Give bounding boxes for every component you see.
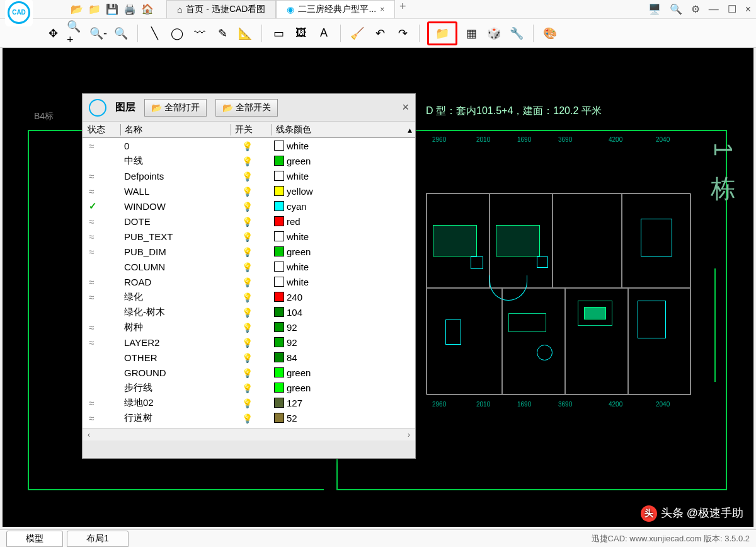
- line-icon[interactable]: ╲: [146, 25, 163, 42]
- switch-cell[interactable]: 💡: [231, 231, 272, 242]
- maximize-icon[interactable]: ☐: [728, 3, 736, 15]
- switch-cell[interactable]: 💡: [231, 398, 272, 408]
- eraser-icon[interactable]: 🧹: [348, 25, 366, 42]
- layer-row[interactable]: ≈PUB_TEXT💡white: [83, 229, 415, 244]
- 3d-icon[interactable]: 🎲: [485, 25, 503, 42]
- zoomfit-icon[interactable]: 🔍: [112, 25, 130, 42]
- color-cell[interactable]: green: [272, 246, 415, 257]
- block-icon[interactable]: ▦: [462, 25, 480, 42]
- switch-cell[interactable]: 💡: [231, 322, 272, 333]
- switch-cell[interactable]: 💡: [231, 277, 272, 287]
- layer-row[interactable]: 中线💡green: [83, 153, 415, 168]
- layer-row[interactable]: COLUMN💡white: [83, 259, 415, 274]
- layer-row[interactable]: OTHER💡84: [83, 350, 415, 365]
- minimize-icon[interactable]: —: [709, 4, 719, 15]
- measure-icon[interactable]: 📐: [236, 25, 254, 42]
- switch-cell[interactable]: 💡: [231, 141, 272, 151]
- switch-cell[interactable]: 💡: [231, 186, 272, 197]
- color-cell[interactable]: green: [272, 367, 415, 378]
- horizontal-scrollbar[interactable]: ‹›: [83, 428, 415, 440]
- switch-cell[interactable]: 💡: [231, 216, 272, 227]
- col-name[interactable]: 名称: [120, 124, 231, 135]
- switch-cell[interactable]: 💡: [231, 262, 272, 272]
- save-icon[interactable]: 💾: [106, 3, 118, 16]
- switch-cell[interactable]: 💡: [231, 292, 272, 302]
- color-cell[interactable]: 104: [272, 307, 415, 318]
- polyline-icon[interactable]: 〰: [191, 25, 209, 42]
- layer-row[interactable]: 步行线💡green: [83, 380, 415, 395]
- switch-cell[interactable]: 💡: [231, 428, 272, 429]
- redo-icon[interactable]: ↷: [394, 25, 411, 42]
- circle-icon[interactable]: ◯: [168, 25, 186, 42]
- zoom-icon[interactable]: 🔍: [670, 3, 682, 15]
- edit-icon[interactable]: ✎: [214, 25, 231, 42]
- layer-row[interactable]: ≈PUB_DIM💡green: [83, 244, 415, 259]
- switch-cell[interactable]: 💡: [231, 171, 272, 181]
- close-icon[interactable]: ×: [402, 101, 409, 114]
- switch-cell[interactable]: 💡: [231, 352, 272, 363]
- layer-row[interactable]: ≈绿化💡240: [83, 289, 415, 304]
- switch-all-button[interactable]: 📂全部开关: [215, 99, 278, 117]
- cursor-icon[interactable]: ✥: [44, 25, 62, 42]
- print-icon[interactable]: 🖨️: [123, 3, 136, 16]
- color-cell[interactable]: 240: [272, 292, 415, 302]
- layer-row[interactable]: ≈Defpoints💡white: [83, 168, 415, 183]
- switch-cell[interactable]: 💡: [231, 337, 272, 348]
- layer-row[interactable]: GROUND💡green: [83, 365, 415, 380]
- rect-icon[interactable]: ▭: [270, 25, 287, 42]
- open-all-button[interactable]: 📂全部打开: [144, 99, 207, 117]
- switch-cell[interactable]: 💡: [231, 383, 272, 393]
- color-cell[interactable]: yellow: [272, 186, 415, 197]
- color-cell[interactable]: red: [272, 216, 415, 227]
- tool-icon[interactable]: 🔧: [508, 25, 525, 42]
- layer-row[interactable]: 绿化-树木💡104: [83, 304, 415, 320]
- tab-home[interactable]: ⌂ 首页 - 迅捷CAD看图: [166, 0, 276, 18]
- color-cell[interactable]: white: [272, 141, 415, 151]
- layer-row[interactable]: ≈ROAD💡white: [83, 274, 415, 289]
- model-tab[interactable]: 模型: [6, 531, 63, 547]
- color-cell[interactable]: green: [272, 156, 415, 166]
- layers-button[interactable]: 📁: [427, 21, 457, 45]
- screens-icon[interactable]: 🖥️: [648, 3, 661, 15]
- layer-row[interactable]: ≈LAYER2💡92: [83, 335, 415, 350]
- layer-row[interactable]: ✓WINDOW💡cyan: [83, 199, 415, 214]
- scroll-up-icon[interactable]: ▴: [404, 125, 415, 135]
- layout-tab[interactable]: 布局1: [67, 531, 129, 547]
- color-cell[interactable]: 52: [272, 413, 415, 423]
- col-state[interactable]: 状态: [83, 124, 120, 135]
- open2-icon[interactable]: 📁: [88, 3, 101, 16]
- layer-row[interactable]: ≈0💡white: [83, 138, 415, 153]
- close-icon[interactable]: ×: [380, 5, 384, 14]
- color-cell[interactable]: 84: [272, 352, 415, 363]
- color-cell[interactable]: white: [272, 231, 415, 242]
- open-icon[interactable]: 📂: [71, 3, 83, 16]
- color-cell[interactable]: 127: [272, 398, 415, 408]
- zoomin-icon[interactable]: 🔍+: [67, 25, 84, 42]
- col-color[interactable]: 线条颜色: [272, 124, 404, 135]
- tab-document[interactable]: ◉ 二三房经典户型平... ×: [276, 0, 395, 18]
- color-icon[interactable]: 🎨: [541, 25, 559, 42]
- switch-cell[interactable]: 💡: [231, 201, 272, 212]
- image-icon[interactable]: 🖼: [292, 25, 310, 42]
- switch-cell[interactable]: 💡: [231, 156, 272, 166]
- color-cell[interactable]: white: [272, 277, 415, 287]
- switch-cell[interactable]: 💡: [231, 246, 272, 257]
- switch-cell[interactable]: 💡: [231, 367, 272, 378]
- layer-row[interactable]: ≈路灯💡red: [83, 425, 415, 428]
- switch-cell[interactable]: 💡: [231, 307, 272, 318]
- layer-row[interactable]: ≈行道树💡52: [83, 410, 415, 425]
- layer-row[interactable]: ≈树种💡92: [83, 320, 415, 335]
- zoomout-icon[interactable]: 🔍-: [89, 25, 107, 42]
- home-icon[interactable]: 🏠: [141, 3, 154, 16]
- add-tab-button[interactable]: +: [395, 0, 410, 18]
- color-cell[interactable]: 92: [272, 322, 415, 333]
- undo-icon[interactable]: ↶: [371, 25, 389, 42]
- color-cell[interactable]: white: [272, 262, 415, 272]
- color-cell[interactable]: white: [272, 171, 415, 181]
- layer-row[interactable]: ≈DOTE💡red: [83, 214, 415, 229]
- layer-row[interactable]: ≈WALL💡yellow: [83, 183, 415, 199]
- text-icon[interactable]: A: [315, 25, 333, 42]
- switch-cell[interactable]: 💡: [231, 413, 272, 423]
- color-cell[interactable]: cyan: [272, 201, 415, 212]
- close-icon[interactable]: ×: [745, 4, 751, 15]
